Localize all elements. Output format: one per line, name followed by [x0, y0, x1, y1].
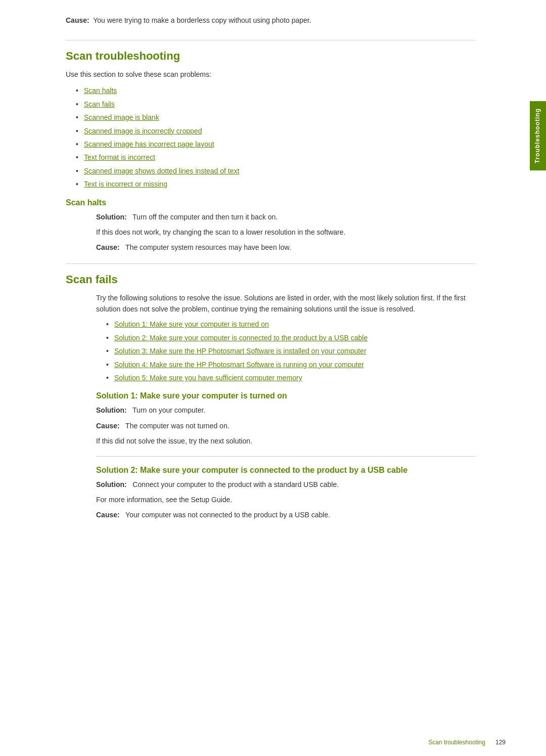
main-links-list: Scan halts Scan fails Scanned image is b… [66, 85, 475, 190]
link-text-missing[interactable]: Text is incorrect or missing [84, 180, 167, 188]
link-solution4[interactable]: Solution 4: Make sure the HP Photosmart … [114, 361, 364, 369]
solution2-extra: For more information, see the Setup Guid… [96, 494, 475, 505]
solution1-cause-text: The computer was not turned on. [125, 422, 229, 430]
side-tab: Troubleshooting [530, 101, 546, 170]
solution-label: Solution: [96, 213, 127, 221]
main-intro-text: Use this section to solve these scan pro… [66, 69, 475, 80]
solution2-label: Solution: [96, 480, 127, 488]
cause-top-text: You were trying to make a borderless cop… [93, 16, 311, 24]
top-divider [66, 40, 475, 40]
list-item: Scanned image is incorrectly cropped [76, 125, 475, 137]
main-section-title: Scan troubleshooting [66, 50, 475, 63]
mid-divider [66, 263, 475, 264]
scan-fails-content: Try the following solutions to resolve t… [66, 292, 475, 521]
footer-label: Scan troubleshooting [428, 739, 485, 746]
link-dotted-lines[interactable]: Scanned image shows dotted lines instead… [84, 167, 239, 175]
solution2-cause-text: Your computer was not connected to the p… [125, 511, 330, 519]
link-scan-fails[interactable]: Scan fails [84, 100, 115, 108]
link-scan-halts[interactable]: Scan halts [84, 86, 117, 95]
scan-halts-solution: Solution: Turn off the computer and then… [96, 211, 475, 223]
link-text-format[interactable]: Text format is incorrect [84, 153, 155, 161]
solution2-cause-label: Cause: [96, 511, 120, 519]
sol1-divider [96, 456, 475, 457]
list-item: Solution 4: Make sure the HP Photosmart … [106, 359, 475, 370]
solution2-text: Connect your computer to the product wit… [132, 480, 339, 488]
list-item: Scan fails [76, 99, 475, 110]
list-item: Scanned image is blank [76, 112, 475, 123]
solution2-cause: Cause: Your computer was not connected t… [96, 509, 475, 520]
list-item: Solution 1: Make sure your computer is t… [106, 319, 475, 330]
cause-label: Cause: [96, 243, 120, 251]
scan-fails-links-list: Solution 1: Make sure your computer is t… [96, 319, 475, 383]
list-item: Scanned image shows dotted lines instead… [76, 165, 475, 176]
cause-top-block: Cause: You were trying to make a borderl… [66, 15, 475, 26]
link-scanned-cropped[interactable]: Scanned image is incorrectly cropped [84, 127, 202, 135]
scan-halts-section: Scan halts Solution: Turn off the comput… [66, 198, 475, 253]
link-solution2[interactable]: Solution 2: Make sure your computer is c… [114, 334, 368, 342]
solution-text: Turn off the computer and then turn it b… [132, 213, 278, 221]
list-item: Solution 3: Make sure the HP Photosmart … [106, 345, 475, 357]
scan-halts-cause: Cause: The computer system resources may… [96, 242, 475, 253]
solution2-block: Solution 2: Make sure your computer is c… [96, 466, 475, 521]
solution2-title: Solution 2: Make sure your computer is c… [96, 466, 475, 475]
solution1-label: Solution: [96, 406, 127, 414]
solution1-text: Turn on your computer. [132, 406, 205, 414]
solution1-extra: If this did not solve the issue, try the… [96, 435, 475, 447]
solution2-solution: Solution: Connect your computer to the p… [96, 479, 475, 490]
link-solution3[interactable]: Solution 3: Make sure the HP Photosmart … [114, 347, 367, 355]
link-solution5[interactable]: Solution 5: Make sure you have sufficien… [114, 374, 302, 382]
main-content: Cause: You were trying to make a borderl… [0, 0, 516, 756]
scan-fails-title: Scan fails [66, 273, 475, 286]
list-item: Solution 2: Make sure your computer is c… [106, 332, 475, 343]
scan-fails-section: Scan fails Try the following solutions t… [66, 273, 475, 521]
list-item: Text is incorrect or missing [76, 179, 475, 190]
link-incorrect-layout[interactable]: Scanned image has incorrect page layout [84, 140, 214, 148]
list-item: Solution 5: Make sure you have sufficien… [106, 372, 475, 383]
footer: Scan troubleshooting 129 [428, 739, 506, 746]
solution1-solution: Solution: Turn on your computer. [96, 405, 475, 416]
cause-top-label: Cause: [66, 16, 89, 24]
solution1-cause-label: Cause: [96, 422, 120, 430]
page-container: Cause: You were trying to make a borderl… [0, 0, 546, 756]
list-item: Text format is incorrect [76, 152, 475, 163]
footer-page: 129 [495, 739, 506, 746]
link-solution1[interactable]: Solution 1: Make sure your computer is t… [114, 320, 269, 328]
link-scanned-blank[interactable]: Scanned image is blank [84, 113, 159, 121]
cause-text: The computer system resources may have b… [125, 243, 291, 251]
solution1-block: Solution 1: Make sure your computer is t… [96, 391, 475, 447]
scan-halts-extra: If this does not work, try changing the … [96, 227, 475, 238]
scan-halts-title: Scan halts [66, 198, 475, 207]
scan-fails-intro: Try the following solutions to resolve t… [96, 292, 475, 315]
list-item: Scanned image has incorrect page layout [76, 139, 475, 150]
scan-halts-content: Solution: Turn off the computer and then… [66, 211, 475, 253]
list-item: Scan halts [76, 85, 475, 96]
solution1-title: Solution 1: Make sure your computer is t… [96, 391, 475, 401]
solution1-cause: Cause: The computer was not turned on. [96, 420, 475, 431]
